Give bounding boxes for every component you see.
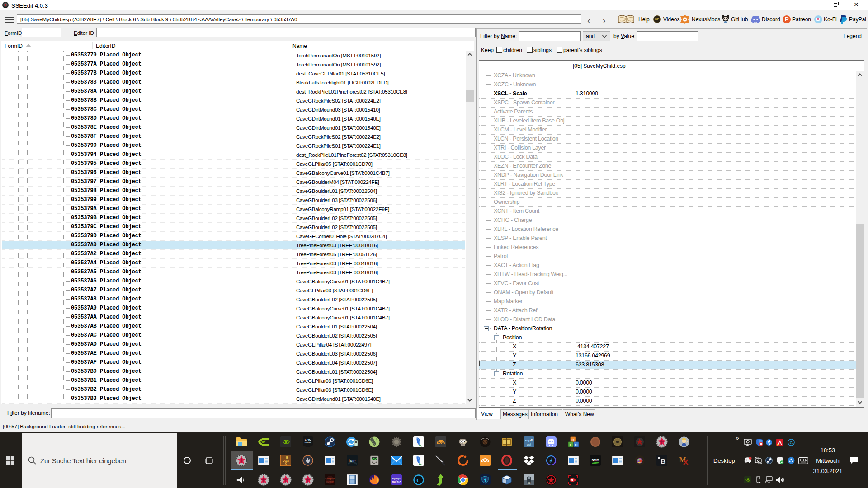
svg-text:X: X [285, 462, 287, 465]
svg-text:mp3: mp3 [525, 438, 533, 442]
svg-text:C: C [416, 477, 420, 483]
svg-text:NMM: NMM [592, 458, 599, 461]
svg-text:bae: bae [349, 459, 355, 463]
svg-text:F: F [570, 443, 572, 447]
svg-text:cut: cut [527, 443, 531, 446]
svg-text:B: B [661, 457, 666, 465]
svg-text:C2: C2 [528, 482, 531, 484]
svg-text:Dungeon: Dungeon [326, 477, 335, 480]
svg-text:EPIC: EPIC [305, 438, 311, 441]
svg-text:C: C [575, 443, 578, 447]
svg-text:music: music [392, 480, 401, 483]
svg-text:amazon: amazon [392, 477, 401, 479]
svg-text:H: H [572, 438, 575, 442]
svg-text:Keeper: Keeper [326, 480, 334, 483]
svg-text:GAMES: GAMES [305, 441, 311, 444]
svg-text:C: C [790, 441, 793, 445]
